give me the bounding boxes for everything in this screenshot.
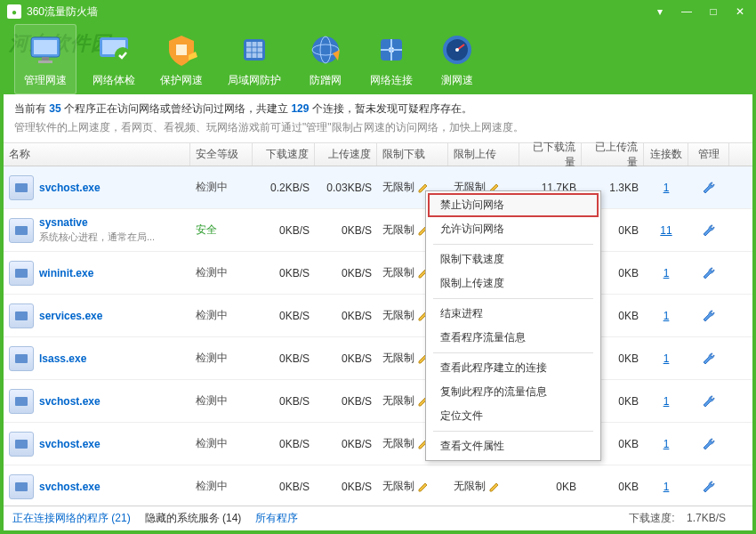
connection-link[interactable]: 1 [664, 481, 670, 493]
svg-rect-8 [246, 42, 262, 58]
shield-icon [162, 30, 201, 69]
close-button[interactable]: ✕ [731, 3, 749, 20]
table-row[interactable]: svchost.exe 检测中 0KB/S 0KB/S 无限制 无限制 0KB … [4, 465, 752, 506]
bottom-tabs: 正在连接网络的程序 (21) 隐藏的系统服务 (14) 所有程序 下载速度: 1… [4, 506, 752, 530]
connect-icon [372, 30, 411, 69]
toolbar: 河东软件园 管理网速网络体检保护网速局域网防护防蹭网网络连接测网速 [0, 23, 756, 94]
tool-globe[interactable]: 防蹭网 [297, 25, 354, 93]
table-row[interactable]: svchost.exe 检测中 0KB/S 0KB/S 无限制 0KB 1 [4, 380, 752, 423]
titlebar: ● 360流量防火墙 ▾ — □ ✕ [0, 0, 756, 23]
header-ullimit[interactable]: 限制上传 [448, 143, 519, 166]
info-bar: 当前有 35 个程序正在访问网络或曾经访问过网络，共建立 129 个连接，暂未发… [4, 94, 752, 143]
process-icon [9, 389, 34, 414]
header-conn[interactable]: 连接数 [644, 143, 688, 166]
svg-point-23 [455, 48, 459, 52]
table-row[interactable]: services.exe 检测中 0KB/S 0KB/S 无限制 0KB 1 [4, 295, 752, 337]
process-icon [9, 474, 34, 499]
tool-lan[interactable]: 局域网防护 [219, 25, 290, 93]
menu-item[interactable]: 禁止访问网络 [428, 193, 599, 217]
lan-icon [235, 30, 274, 69]
tool-shield[interactable]: 保护网速 [151, 25, 212, 93]
minimize-button[interactable]: — [678, 3, 696, 20]
table-header: 名称 安全等级 下载速度 上传速度 限制下载 限制上传 已下载流量 已上传流量 … [4, 143, 752, 166]
tab-all-programs[interactable]: 所有程序 [255, 511, 298, 526]
monitor-icon [26, 30, 65, 69]
table-row[interactable]: svchost.exe 检测中 0KB/S 0KB/S 无限制 无限制 0KB … [4, 423, 752, 465]
connection-link[interactable]: 1 [664, 395, 670, 408]
menu-item[interactable]: 查看文件属性 [428, 434, 599, 458]
menu-item[interactable]: 结束进程 [428, 302, 599, 326]
wrench-icon[interactable] [702, 394, 716, 409]
process-icon [9, 261, 34, 286]
info-hint: 管理软件的上网速度，看网页、看视频、玩网络游戏前可通过"管理"限制占网速的访问网… [14, 120, 742, 135]
header-dllimit[interactable]: 限制下载 [377, 143, 448, 166]
connection-link[interactable]: 1 [664, 267, 670, 279]
app-icon: ● [7, 4, 21, 19]
header-name[interactable]: 名称 [4, 143, 190, 166]
menu-item[interactable]: 查看程序流量信息 [428, 326, 599, 350]
connection-link[interactable]: 1 [664, 438, 670, 450]
svg-rect-3 [38, 61, 52, 63]
table-body[interactable]: svchost.exe 检测中 0.2KB/S 0.03KB/S 无限制 无限制… [4, 166, 752, 506]
header-dlspeed[interactable]: 下载速度 [253, 143, 315, 166]
connection-count: 129 [291, 102, 309, 115]
tab-hidden-services[interactable]: 隐藏的系统服务 (14) [145, 511, 242, 526]
connection-link[interactable]: 1 [664, 182, 670, 194]
menu-item[interactable]: 限制上传速度 [428, 271, 599, 295]
header-safety[interactable]: 安全等级 [190, 143, 253, 166]
window-title: 360流量防火墙 [27, 4, 651, 20]
menu-item[interactable]: 复制此程序的流量信息 [428, 380, 599, 404]
menu-item[interactable]: 允许访问网络 [428, 217, 599, 241]
process-icon [9, 218, 34, 243]
edit-icon[interactable] [418, 481, 429, 492]
table-row[interactable]: lsass.exe 检测中 0KB/S 0KB/S 无限制 0KB 1 [4, 337, 752, 380]
tool-checkup[interactable]: 网络体检 [84, 25, 144, 93]
gauge-icon [438, 30, 477, 69]
table-row[interactable]: wininit.exe 检测中 0KB/S 0KB/S 无限制 0KB 1 [4, 252, 752, 295]
tool-gauge[interactable]: 测网速 [429, 25, 486, 93]
menu-separator [433, 352, 593, 353]
svg-rect-1 [34, 40, 57, 54]
wrench-icon[interactable] [702, 309, 716, 323]
globe-icon [306, 30, 345, 69]
header-dltraffic[interactable]: 已下载流量 [519, 143, 582, 166]
bottom-speed: 下载速度: 1.7KB/S [629, 511, 726, 526]
menu-separator [433, 298, 593, 299]
wrench-icon[interactable] [702, 181, 716, 195]
tool-connect[interactable]: 网络连接 [361, 25, 422, 93]
menu-item[interactable]: 定位文件 [428, 404, 599, 428]
process-icon [9, 175, 34, 200]
checkup-icon [94, 30, 133, 69]
tool-monitor[interactable]: 管理网速 [14, 24, 76, 94]
header-manage[interactable]: 管理 [688, 143, 729, 166]
header-ultraffic[interactable]: 已上传流量 [582, 143, 644, 166]
tab-connecting[interactable]: 正在连接网络的程序 (21) [12, 511, 131, 526]
connection-link[interactable]: 1 [664, 352, 670, 365]
header-ulspeed[interactable]: 上传速度 [315, 143, 377, 166]
dropdown-button[interactable]: ▾ [651, 3, 669, 20]
menu-item[interactable]: 查看此程序建立的连接 [428, 356, 599, 380]
wrench-icon[interactable] [702, 437, 716, 451]
wrench-icon[interactable] [702, 223, 716, 238]
menu-item[interactable]: 限制下载速度 [428, 247, 599, 271]
maximize-button[interactable]: □ [704, 3, 722, 20]
wrench-icon[interactable] [702, 266, 716, 280]
wrench-icon[interactable] [702, 352, 716, 366]
svg-rect-2 [42, 57, 49, 61]
table-row[interactable]: sysnative系统核心进程，通常在局... 安全 0KB/S 0KB/S 无… [4, 209, 752, 252]
edit-icon[interactable] [489, 481, 500, 492]
svg-point-13 [312, 36, 339, 63]
wrench-icon[interactable] [702, 480, 716, 494]
connection-link[interactable]: 11 [660, 224, 672, 237]
connection-link[interactable]: 1 [664, 310, 670, 322]
menu-separator [433, 244, 593, 245]
program-count: 35 [49, 102, 60, 115]
menu-separator [433, 431, 593, 432]
table-row[interactable]: svchost.exe 检测中 0.2KB/S 0.03KB/S 无限制 无限制… [4, 166, 752, 209]
process-icon [9, 303, 34, 328]
process-icon [9, 346, 34, 371]
context-menu[interactable]: 禁止访问网络允许访问网络限制下载速度限制上传速度结束进程查看程序流量信息查看此程… [425, 190, 601, 461]
process-icon [9, 432, 34, 457]
